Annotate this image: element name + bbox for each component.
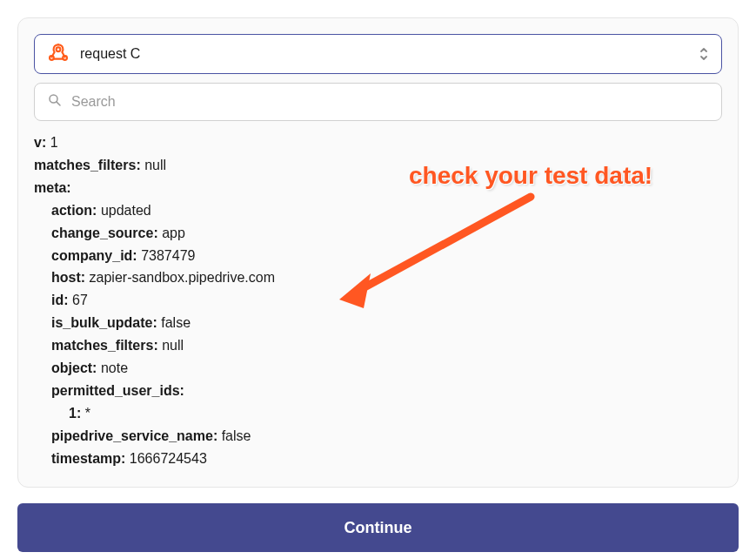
search-field[interactable] <box>34 83 722 121</box>
request-selector-label: request C <box>80 46 688 62</box>
payload-row: is_bulk_update: false <box>34 312 715 334</box>
payload-row: action: updated <box>34 199 715 222</box>
svg-point-2 <box>57 47 61 51</box>
payload-row: company_id: 7387479 <box>34 245 715 267</box>
payload-row: object: note <box>34 357 715 380</box>
payload-viewer[interactable]: v: 1 matches_filters: null meta: action:… <box>34 131 722 471</box>
payload-row: matches_filters: null <box>34 334 715 357</box>
payload-row: matches_filters: null <box>34 154 715 177</box>
payload-row: id: 67 <box>34 289 715 312</box>
request-panel: request C v: 1 matches_filters: null met… <box>17 17 739 488</box>
payload-row: 1: * <box>34 402 715 425</box>
payload-row: v: 1 <box>34 131 715 154</box>
chevron-up-down-icon <box>699 46 709 62</box>
svg-line-4 <box>57 102 60 105</box>
payload-row: change_source: app <box>34 222 715 245</box>
continue-button[interactable]: Continue <box>17 503 739 552</box>
payload-row: meta: <box>34 177 715 199</box>
payload-row: timestamp_micro: 1666724543834062 <box>34 470 715 471</box>
search-icon <box>47 92 63 111</box>
request-selector[interactable]: request C <box>34 34 722 74</box>
payload-row: pipedrive_service_name: false <box>34 425 715 448</box>
payload-row: host: zapier-sandbox.pipedrive.com <box>34 266 715 289</box>
payload-row: timestamp: 1666724543 <box>34 448 715 470</box>
webhook-icon <box>47 41 70 67</box>
search-input[interactable] <box>71 94 709 110</box>
payload-row: permitted_user_ids: <box>34 380 715 402</box>
